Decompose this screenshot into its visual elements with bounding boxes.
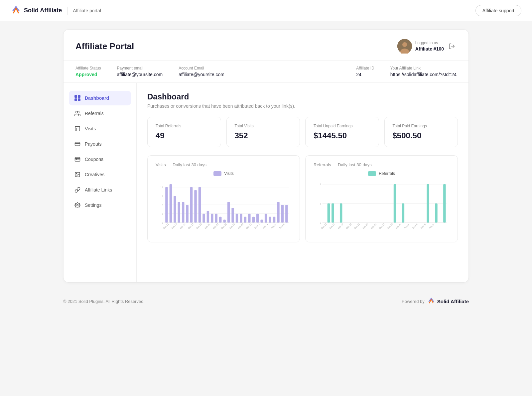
stat-label-3: Total Paid Earnings [393,124,450,128]
svg-text:Nov 4: Nov 4 [412,223,418,229]
sidebar-item-coupons[interactable]: Coupons [69,152,131,167]
account-email-label: Account Email [179,66,224,70]
svg-rect-78 [328,203,330,223]
referrals-legend-label: Referrals [379,171,395,176]
user-info: Logged in as Affiliate #100 [397,39,457,54]
svg-rect-50 [265,214,267,223]
svg-text:Oct 13: Oct 13 [171,223,178,229]
svg-text:2: 2 [320,183,322,186]
sidebar-label-settings: Settings [85,202,102,208]
sidebar-label-affiliate-links: Affiliate Links [85,187,112,193]
payment-email-label: Payment email [117,66,163,70]
sidebar-item-payouts[interactable]: Payouts [69,137,131,151]
portal-header: Affiliate Portal Logged in as Affiliate … [64,30,468,61]
dashboard-title: Dashboard [147,92,458,101]
svg-text:Nov 2: Nov 2 [404,223,410,229]
portal-title: Affiliate Portal [75,41,134,52]
visits-legend-label: Visits [224,171,233,176]
referrals-chart-legend: Referrals [314,171,450,176]
affiliate-id-value: 24 [356,72,374,77]
svg-text:Oct 23: Oct 23 [212,223,219,229]
affiliate-id-label: Affiliate ID [356,66,374,70]
svg-rect-104 [435,203,437,223]
svg-rect-5 [75,126,80,131]
header-portal-label: Affiliate portal [73,8,101,13]
sidebar-label-coupons: Coupons [85,157,103,162]
sidebar-item-settings[interactable]: Settings [69,198,131,212]
svg-text:Oct 31: Oct 31 [245,223,252,229]
sidebar-label-visits: Visits [85,126,96,131]
stats-grid: Total Referrals 49 Total Visits 352 Tota… [147,117,458,147]
svg-text:6: 6 [162,204,164,207]
svg-rect-96 [402,203,404,223]
svg-text:Nov 4: Nov 4 [262,223,269,229]
svg-text:0: 0 [162,221,164,224]
sidebar-label-creatives: Creatives [85,172,104,177]
svg-rect-46 [248,214,250,223]
svg-rect-6 [75,142,80,146]
svg-text:Oct 27: Oct 27 [379,223,385,229]
svg-text:1: 1 [320,202,322,205]
referrals-chart-card: Referrals — Daily last 30 days Referrals… [305,155,458,242]
payment-email-value: affiliate@yoursite.com [117,72,163,77]
sidebar-label-payouts: Payouts [85,141,102,147]
stat-card-referrals: Total Referrals 49 [147,117,221,147]
affiliate-id-item: Affiliate ID 24 [356,66,374,77]
stat-label-1: Total Visits [235,124,292,128]
svg-rect-31 [186,205,188,222]
svg-text:12: 12 [160,186,163,189]
svg-rect-48 [256,214,259,223]
affiliate-status-value: Approved [75,72,101,77]
svg-text:Oct 15: Oct 15 [179,223,186,229]
svg-text:3: 3 [162,212,164,215]
stat-card-unpaid: Total Unpaid Earnings $1445.50 [305,117,379,147]
svg-point-15 [77,204,78,206]
stat-card-paid: Total Paid Earnings $500.50 [384,117,458,147]
svg-text:Nov 2: Nov 2 [254,223,260,229]
svg-rect-26 [165,187,168,223]
referrals-legend-box [368,171,376,176]
creatives-icon [74,171,81,178]
svg-rect-38 [215,214,217,223]
payouts-icon [74,141,81,147]
svg-rect-94 [394,184,396,223]
stat-value-3: $500.50 [393,131,450,140]
svg-rect-27 [170,184,172,223]
sidebar-item-dashboard[interactable]: Dashboard [69,91,131,105]
logo-icon [11,5,21,16]
affiliate-status-label: Affiliate Status [75,66,101,70]
svg-text:9: 9 [162,195,164,198]
sidebar: Dashboard Referrals [64,83,137,282]
footer-logo-text: Solid Affiliate [437,299,469,304]
sidebar-item-visits[interactable]: Visits [69,121,131,136]
svg-rect-39 [219,217,221,223]
svg-text:Oct 13: Oct 13 [321,223,327,229]
svg-text:Oct 25: Oct 25 [221,223,227,229]
sidebar-item-referrals[interactable]: Referrals [69,106,131,121]
user-text: Logged in as Affiliate #100 [415,41,444,52]
svg-text:Oct 17: Oct 17 [188,223,194,229]
svg-text:Oct 21: Oct 21 [354,223,360,229]
dashboard-subtitle: Purchases or conversions that have been … [147,103,458,109]
affiliate-support-button[interactable]: Affiliate support [475,5,521,16]
svg-text:Oct 25: Oct 25 [370,223,377,229]
svg-rect-51 [269,217,271,223]
sidebar-item-creatives[interactable]: Creatives [69,167,131,182]
header-left: Solid Affiliate Affiliate portal [11,5,101,16]
dashboard-content: Dashboard Purchases or conversions that … [137,83,468,282]
sidebar-item-affiliate-links[interactable]: Affiliate Links [69,183,131,197]
logo: Solid Affiliate [11,5,62,16]
svg-text:Nov 6: Nov 6 [420,223,427,229]
svg-rect-45 [244,217,246,223]
svg-text:Oct 17: Oct 17 [337,223,344,229]
footer-powered: Powered by Solid Affiliate [402,297,469,305]
stat-label-2: Total Unpaid Earnings [314,124,371,128]
svg-text:Oct 19: Oct 19 [196,223,202,229]
svg-text:Oct 15: Oct 15 [329,223,335,229]
avatar-image [397,39,412,54]
stat-value-1: 352 [235,131,292,140]
logout-icon[interactable] [447,42,457,51]
stat-value-2: $1445.50 [314,131,371,140]
svg-rect-30 [182,202,184,222]
user-name: Affiliate #100 [415,46,444,52]
